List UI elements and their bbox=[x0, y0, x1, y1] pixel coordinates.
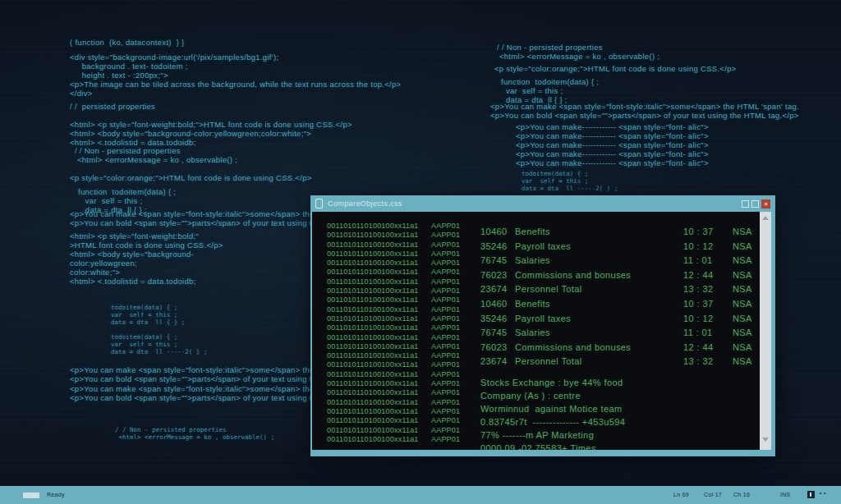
code-block-right-non-persisted: / / Non - persisted properties <html> <e… bbox=[497, 43, 659, 61]
status-insert-mode: INS bbox=[780, 492, 791, 497]
binary-row: 0011010110100100xx11a1AAPP01 bbox=[327, 241, 460, 250]
binary-row: 0011010110100100xx11a1AAPP01 bbox=[327, 370, 460, 379]
status-char-indicator: Ch 16 bbox=[733, 492, 750, 497]
ledger-row: 23674Personnel Total13 : 32NSA bbox=[480, 355, 751, 369]
status-badge bbox=[23, 493, 39, 498]
ledger-group-2: 10460Benefits10 : 37NSA35246Payroll taxe… bbox=[480, 297, 751, 369]
binary-row: 0011010110100100xx11a1AAPP01 bbox=[327, 323, 460, 332]
binary-row: 0011010110100100xx11a1AAPP01 bbox=[327, 231, 460, 240]
code-block-mono-todoitem: todoitem(data) { ; var self = this ; dat… bbox=[111, 304, 207, 355]
ledger-row: 76023Commissions and bonuses12 : 44NSA bbox=[480, 341, 751, 355]
binary-row: 0011010110100100xx11a1AAPP01 bbox=[327, 426, 460, 435]
binary-row: 0011010110100100xx11a1AAPP01 bbox=[327, 360, 460, 369]
ledger-row: 35246Payroll taxes10 : 12NSA bbox=[480, 312, 751, 327]
code-block-persisted-comment: / / persisted properties bbox=[70, 102, 155, 111]
window-controls: × bbox=[742, 199, 770, 208]
code-block-html-wrapped: <html> <p style="font-weight:bold;" >HTM… bbox=[70, 231, 223, 286]
status-line-indicator: Ln 69 bbox=[673, 492, 689, 497]
binary-row: 0011010110100100xx11a1AAPP01 bbox=[327, 407, 460, 416]
code-block-div-background: <div style="background-image:url('/pix/s… bbox=[70, 53, 401, 98]
binary-row: 0011010110100100xx11a1AAPP01 bbox=[327, 286, 460, 296]
ledger-row: 23674Personnel Total13 : 32NSA bbox=[480, 282, 751, 297]
status-column-indicator: Col 17 bbox=[704, 492, 722, 497]
binary-row: 0011010110100100xx11a1AAPP01 bbox=[327, 222, 460, 231]
code-block-right-color-orange: <p style="color:orange;">HTML font code … bbox=[494, 64, 737, 73]
code-block-html-css: <html> <p style="font-weight:bold;">HTML… bbox=[70, 120, 352, 147]
binary-row: 0011010110100100xx11a1AAPP01 bbox=[327, 342, 460, 351]
code-block-function-header: ( function (ko, datacontext) } } bbox=[70, 38, 185, 47]
code-block-mono-errormessage: / / Non - persisted properties <html> <e… bbox=[115, 426, 274, 441]
binary-rows: 0011010110100100xx11a1AAPP01001101011010… bbox=[327, 222, 460, 444]
binary-row: 0011010110100100xx11a1AAPP01 bbox=[327, 398, 460, 407]
binary-row: 0011010110100100xx11a1AAPP01 bbox=[327, 250, 460, 259]
binary-row: 0011010110100100xx11a1AAPP01 bbox=[327, 296, 460, 305]
code-block-right-todoitem-fn: function todoitem(data) { ; var self = t… bbox=[501, 77, 599, 104]
binary-row: 0011010110100100xx11a1AAPP01 bbox=[327, 305, 460, 314]
status-indicator bbox=[807, 491, 815, 498]
maximize-button[interactable] bbox=[751, 200, 759, 208]
ledger-row: 10460Benefits10 : 37NSA bbox=[480, 297, 751, 312]
status-bar: Ready Ln 69 Col 17 Ch 16 INS • • bbox=[0, 486, 841, 504]
ledger-row: 10460Benefits10 : 37NSA bbox=[480, 225, 751, 240]
file-icon bbox=[315, 199, 323, 208]
window-body: 0011010110100100xx11a1AAPP01001101011010… bbox=[312, 212, 771, 450]
code-block-non-persisted: / / Non - persisted properties <html> <e… bbox=[72, 146, 237, 164]
ledger-row: 76745Salaries11 : 01NSA bbox=[480, 254, 751, 268]
minimize-button[interactable] bbox=[742, 200, 749, 208]
compare-objects-window: CompareObjects.css × 0011010110100100xx1… bbox=[310, 195, 775, 456]
binary-row: 0011010110100100xx11a1AAPP01 bbox=[327, 379, 460, 388]
binary-row: 0011010110100100xx11a1AAPP01 bbox=[327, 435, 460, 444]
code-block-right-make-dashes: <p>You can make------------ <span style=… bbox=[516, 122, 709, 167]
binary-row: 0011010110100100xx11a1AAPP01 bbox=[327, 268, 460, 277]
window-titlebar[interactable]: CompareObjects.css × bbox=[310, 195, 775, 212]
binary-row: 0011010110100100xx11a1AAPP01 bbox=[327, 314, 460, 323]
code-block-color-orange: <p style="color:orange;">HTML font code … bbox=[70, 173, 312, 182]
scrollbar[interactable] bbox=[760, 212, 771, 450]
scroll-up-icon[interactable] bbox=[762, 216, 769, 220]
binary-row: 0011010110100100xx11a1AAPP01 bbox=[327, 259, 460, 268]
close-button[interactable]: × bbox=[761, 199, 770, 208]
status-ready-label: Ready bbox=[47, 492, 65, 497]
ledger-row: 35246Payroll taxes10 : 12NSA bbox=[480, 240, 751, 254]
summary-text: Stocks Exchange : bye 44% food Company (… bbox=[480, 376, 625, 450]
binary-row: 0011010110100100xx11a1AAPP01 bbox=[327, 388, 460, 397]
ledger-group-1: 10460Benefits10 : 37NSA35246Payroll taxe… bbox=[480, 225, 751, 297]
ledger-row: 76023Commissions and bonuses12 : 44NSA bbox=[480, 268, 751, 283]
ledger-row: 76745Salaries11 : 01NSA bbox=[480, 326, 751, 341]
code-block-right-span: <p>You can make <span style="font-style:… bbox=[490, 102, 799, 120]
binary-row: 0011010110100100xx11a1AAPP01 bbox=[327, 416, 460, 425]
binary-row: 0011010110100100xx11a1AAPP01 bbox=[327, 351, 460, 360]
window-title: CompareObjects.css bbox=[328, 199, 402, 208]
binary-row: 0011010110100100xx11a1AAPP01 bbox=[327, 333, 460, 342]
binary-row: 0011010110100100xx11a1AAPP01 bbox=[327, 277, 460, 286]
status-dots: • • bbox=[820, 490, 826, 496]
scroll-down-icon[interactable] bbox=[762, 438, 769, 442]
desktop: ( function (ko, datacontext) } } <div st… bbox=[0, 0, 841, 504]
code-block-right-mono-todoitem: todoitem(data) { ; var self = this ; dat… bbox=[522, 170, 618, 192]
